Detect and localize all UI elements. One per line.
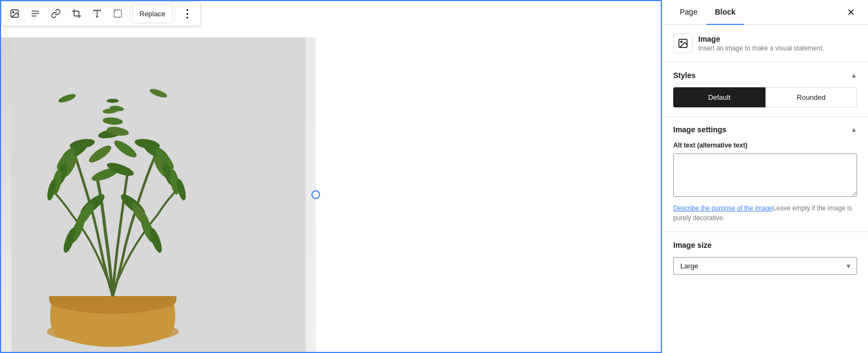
style-rounded-button[interactable]: Rounded	[765, 87, 858, 107]
style-buttons: Default Rounded	[673, 87, 857, 107]
styles-chevron-icon: ▲	[851, 72, 857, 79]
resize-handle[interactable]	[311, 190, 320, 199]
image-size-title: Image size	[673, 241, 712, 249]
image-size-section: Image size Thumbnail Medium Large Full S…	[662, 232, 868, 284]
alt-text-label: Alt text (alternative text)	[673, 142, 857, 149]
block-info: Image Insert an image to make a visual s…	[698, 35, 824, 52]
block-name: Image	[698, 35, 824, 43]
block-description: Insert an image to make a visual stateme…	[698, 44, 824, 52]
style-default-button[interactable]: Default	[673, 87, 765, 107]
alt-text-help: Describe the purpose of the imageLeave e…	[673, 203, 857, 223]
image-settings-header[interactable]: Image settings ▲	[673, 125, 857, 134]
more-options-button[interactable]: ⋮	[177, 4, 197, 23]
plant-illustration	[1, 37, 316, 352]
svg-point-41	[107, 99, 119, 102]
styles-section-title: Styles	[673, 71, 695, 80]
svg-rect-7	[114, 10, 122, 17]
text-overlay-icon-btn[interactable]	[87, 4, 107, 23]
align-icon-btn[interactable]	[25, 4, 45, 23]
svg-point-45	[681, 41, 682, 43]
alt-text-help-link[interactable]: Describe the purpose of the image	[673, 204, 773, 212]
image-icon-btn[interactable]	[5, 4, 24, 23]
block-toolbar: Replace ⋮	[1, 1, 201, 26]
marquee-icon-btn[interactable]	[108, 4, 127, 23]
toolbar-divider-2	[175, 6, 175, 21]
close-button[interactable]: ✕	[842, 4, 859, 21]
replace-button[interactable]: Replace	[132, 4, 173, 23]
styles-section: Styles ▲ Default Rounded	[662, 62, 868, 117]
editor-canvas: Replace ⋮	[0, 0, 662, 353]
tab-block[interactable]: Block	[706, 0, 744, 25]
panel-tabs: Page Block ✕	[662, 0, 868, 25]
image-settings-section: Image settings ▲ Alt text (alternative t…	[662, 117, 868, 232]
image-size-header: Image size	[673, 241, 857, 249]
svg-point-1	[12, 11, 14, 12]
toolbar-divider	[130, 6, 130, 21]
more-options-icon: ⋮	[182, 7, 193, 20]
plant-image	[1, 37, 316, 352]
tab-page[interactable]: Page	[671, 0, 706, 25]
block-icon	[673, 34, 693, 53]
image-settings-chevron-icon: ▲	[851, 126, 857, 133]
image-size-select[interactable]: Thumbnail Medium Large Full Size	[673, 257, 857, 275]
right-panel: Page Block ✕ Image Insert an image to ma…	[662, 0, 868, 353]
link-icon-btn[interactable]	[46, 4, 66, 23]
image-settings-title: Image settings	[673, 125, 726, 134]
crop-icon-btn[interactable]	[67, 4, 86, 23]
size-select-wrapper: Thumbnail Medium Large Full Size ▼	[673, 257, 857, 275]
image-canvas	[1, 1, 661, 352]
styles-section-header[interactable]: Styles ▲	[673, 71, 857, 80]
block-header: Image Insert an image to make a visual s…	[662, 25, 868, 62]
alt-text-input[interactable]	[673, 153, 857, 197]
